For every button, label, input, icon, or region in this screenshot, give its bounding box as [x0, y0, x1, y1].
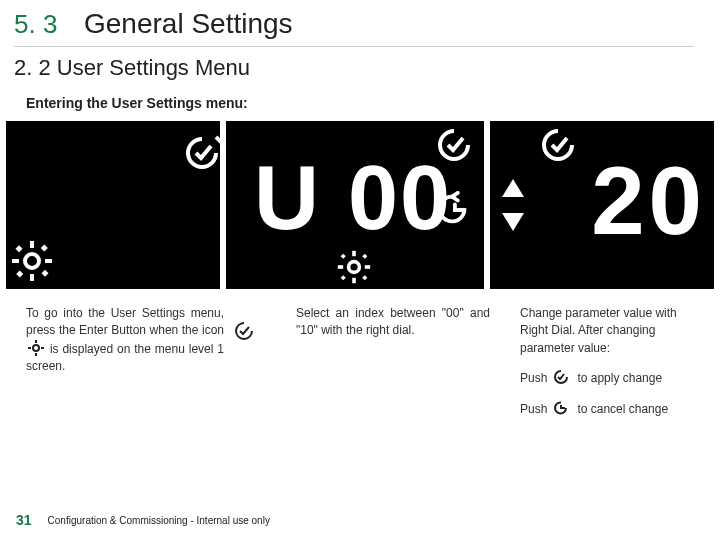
- display-panels: U 00: [0, 121, 720, 289]
- caption-text: To go into the User Settings menu, press…: [26, 306, 224, 337]
- svg-rect-16: [341, 275, 346, 280]
- gear-icon: [12, 241, 52, 281]
- svg-rect-23: [28, 347, 31, 349]
- svg-rect-1: [30, 241, 34, 248]
- svg-point-0: [25, 254, 39, 268]
- svg-rect-5: [15, 245, 22, 252]
- push-label: Push: [520, 402, 547, 416]
- lead-text: Entering the User Settings menu:: [0, 91, 720, 121]
- svg-rect-22: [35, 353, 37, 356]
- svg-rect-4: [45, 259, 52, 263]
- caption-text: is displayed on the menu level 1 screen.: [26, 342, 224, 373]
- svg-rect-24: [41, 347, 44, 349]
- display-value: 20: [591, 153, 706, 249]
- caption-text: Change parameter value with Right Dial. …: [520, 305, 708, 357]
- rotate-enter-icon: [553, 400, 569, 416]
- panel-parameter-value: 20: [490, 121, 714, 289]
- svg-rect-21: [35, 340, 37, 343]
- cancel-text: to cancel change: [577, 402, 668, 416]
- captions-row: To go into the User Settings menu, press…: [0, 289, 720, 418]
- panel-index-select: U 00: [226, 121, 484, 289]
- svg-point-20: [33, 345, 39, 351]
- gear-icon: [28, 340, 44, 356]
- section-title: General Settings: [84, 8, 293, 40]
- enter-check-icon: [182, 133, 220, 173]
- caption-step-1: To go into the User Settings menu, press…: [26, 305, 224, 418]
- svg-rect-17: [362, 275, 367, 280]
- svg-marker-18: [502, 179, 524, 197]
- svg-rect-6: [41, 244, 48, 251]
- svg-rect-14: [341, 254, 346, 259]
- caption-step-3: Change parameter value with Right Dial. …: [520, 305, 708, 418]
- display-value: U 00: [254, 153, 452, 243]
- panel-menu-level-1: [6, 121, 220, 289]
- caption-step-2: Select an index between "00" and "10" wi…: [296, 305, 490, 418]
- section-number: 5. 3: [14, 9, 84, 40]
- slide-header: 5. 3 General Settings: [0, 0, 720, 44]
- svg-rect-8: [41, 270, 48, 277]
- page-number: 31: [16, 512, 32, 528]
- footer-note: Configuration & Commissioning - Internal…: [48, 515, 270, 526]
- subsection-title: 2. 2 User Settings Menu: [0, 53, 720, 91]
- caption-text: Select an index between "00" and "10" wi…: [296, 306, 490, 337]
- header-divider: [14, 46, 694, 47]
- apply-text: to apply change: [577, 371, 662, 385]
- slide-footer: 31 Configuration & Commissioning - Inter…: [16, 512, 270, 528]
- enter-check-icon: [553, 369, 569, 385]
- gear-icon: [336, 249, 372, 285]
- svg-rect-7: [16, 270, 23, 277]
- svg-rect-15: [362, 254, 367, 259]
- svg-rect-13: [365, 265, 370, 269]
- enter-check-icon: [538, 125, 578, 165]
- svg-rect-3: [12, 259, 19, 263]
- svg-rect-12: [338, 265, 343, 269]
- up-down-icon: [496, 175, 530, 235]
- svg-rect-11: [352, 278, 356, 283]
- svg-rect-2: [30, 274, 34, 281]
- svg-rect-10: [352, 251, 356, 256]
- svg-point-9: [349, 262, 360, 273]
- enter-check-icon: [232, 319, 256, 343]
- push-label: Push: [520, 371, 547, 385]
- svg-marker-19: [502, 213, 524, 231]
